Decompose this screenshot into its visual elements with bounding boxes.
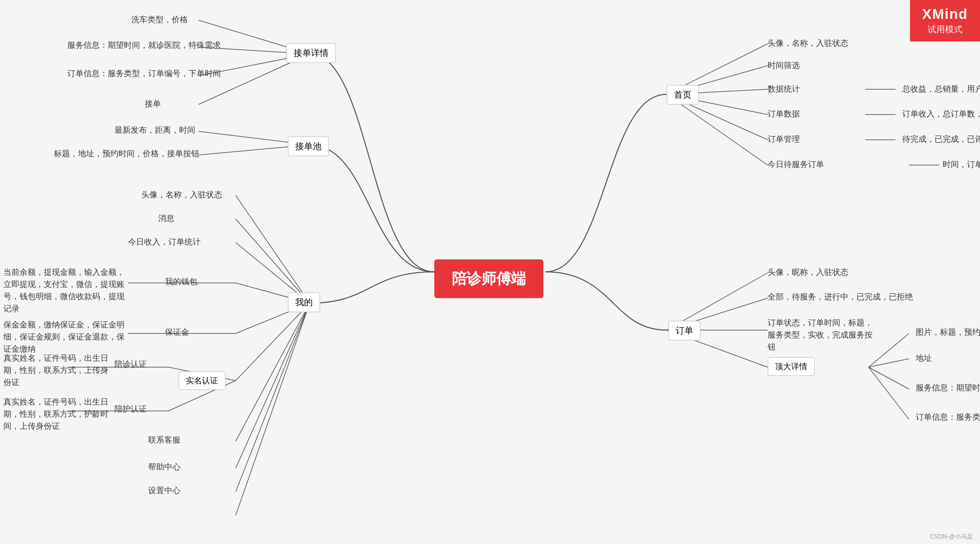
- text-sy-time: 时间筛选: [768, 60, 800, 71]
- svg-line-32: [235, 303, 310, 492]
- text-ddd-service-info: 服务信息：期望时间，就诊医院，特殊需求: [916, 382, 980, 393]
- text-help: 帮助中心: [148, 461, 180, 472]
- text-sy-avatar: 头像，名称，入驻状态: [768, 38, 848, 48]
- text-pool-2: 标题，地址，预约时间，价格，接单按钮: [54, 148, 199, 159]
- text-pei-hu-label: 陪护认证: [115, 404, 147, 414]
- xmind-brand: XMind: [922, 6, 968, 22]
- text-pei-hu-detail: 真实姓名，证件号码，出生日期，性别，联系方式，护龄时间，上传身份证: [3, 396, 111, 432]
- text-dd-order-item: 订单状态，订单时间，标题，服务类型，实收，完成服务按钮: [768, 317, 875, 353]
- text-pei-zhen-label: 陪诊认证: [115, 359, 147, 370]
- node-jie-dan-xiang-qing: 接单详情: [286, 43, 336, 63]
- text-pei-zhen-detail: 真实姓名，证件号码，出生日期，性别，联系方式，上传身份证: [3, 352, 111, 388]
- svg-line-25: [235, 219, 310, 303]
- text-accept-order: 接单: [145, 98, 161, 109]
- svg-line-24: [235, 195, 310, 303]
- text-sy-order-data: 订单数据: [768, 108, 800, 119]
- text-wash-car: 洗车类型，价格: [131, 14, 188, 25]
- text-sy-order-data-detail: 订单收入，总订单数，退款金额: [902, 108, 980, 119]
- center-node: 陪诊师傅端: [434, 259, 543, 298]
- text-order-info: 订单信息：服务类型，订单编号，下单时间: [67, 68, 221, 79]
- node-ding-dan: 订单: [668, 321, 701, 341]
- node-shou-ye: 首页: [667, 85, 699, 105]
- svg-line-33: [235, 303, 310, 515]
- xmind-badge: XMind 试用模式: [910, 0, 980, 41]
- text-dd-avatar: 头像，昵称，入驻状态: [768, 267, 848, 278]
- text-sy-order-mgmt: 订单管理: [768, 134, 800, 145]
- text-my-wallet-label: 我的钱包: [165, 276, 197, 287]
- node-jie-dan-chi: 接单池: [288, 136, 329, 156]
- svg-line-23: [869, 367, 909, 420]
- text-service-info: 服务信息：期望时间，就诊医院，特殊需求: [67, 40, 221, 51]
- text-sy-today-order: 今日待服务订单: [768, 159, 824, 170]
- text-ddd-order-info: 订单信息：服务类型，订单编号，下单时间: [916, 412, 980, 423]
- svg-line-29: [235, 303, 310, 381]
- svg-line-21: [869, 359, 909, 367]
- xmind-trial: 试用模式: [922, 24, 968, 35]
- node-wo-de: 我的: [288, 292, 320, 312]
- text-contact: 联系客服: [148, 434, 180, 445]
- text-deposit-detail: 保金金额，缴纳保证金，保证金明细，保证金规则，保证金退款，保证金缴纳: [3, 319, 131, 355]
- text-pool-1: 最新发布，距离，时间: [115, 124, 195, 136]
- text-deposit-label: 保证金: [165, 327, 189, 338]
- text-settings: 设置中心: [148, 485, 180, 496]
- svg-line-11: [667, 94, 768, 165]
- text-wo-message: 消息: [158, 213, 174, 224]
- text-ddd-addr: 地址: [916, 353, 932, 364]
- text-wo-avatar: 头像，名称，入驻状态: [142, 189, 222, 200]
- text-my-wallet-detail: 当前余额，提现金额，输入金额，立即提现，支付宝，微信，提现账号，钱包明细，微信收…: [3, 266, 124, 314]
- text-wo-income: 今日收入，订单统计: [128, 236, 200, 247]
- svg-line-31: [235, 303, 310, 468]
- text-sy-data-stat: 数据统计: [768, 83, 800, 94]
- text-sy-today-detail: 时间，订单标题，地址: [943, 159, 980, 170]
- node-ding-da-detail: 顶大详情: [768, 357, 815, 376]
- node-real-name: 实名认证: [178, 371, 226, 390]
- svg-line-22: [869, 367, 909, 389]
- text-sy-order-mgmt-detail: 待完成，已完成，已评价: [902, 134, 980, 145]
- text-ddd-img: 图片，标题，预约时间，服务类型，价格: [916, 327, 980, 338]
- text-dd-status-filter: 全部，待服务，进行中，已完成，已拒绝: [768, 291, 913, 302]
- text-sy-data-stat-detail: 总收益，总销量，用户评价: [902, 83, 980, 94]
- svg-line-30: [235, 303, 310, 441]
